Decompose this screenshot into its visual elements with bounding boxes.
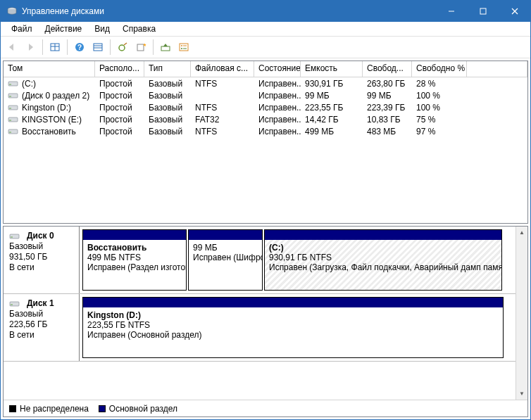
vertical-scrollbar[interactable]: ▲ ▼ — [516, 227, 527, 400]
app-icon — [6, 7, 18, 15]
svg-rect-34 — [10, 302, 19, 306]
menu-help[interactable]: Справка — [116, 23, 162, 34]
legend-primary: Основной раздел — [99, 404, 177, 414]
menu-view[interactable]: Вид — [88, 23, 116, 34]
volume-cell-type: Базовый — [144, 77, 191, 89]
svg-rect-29 — [9, 120, 11, 121]
volume-cell-filesystem: NTFS — [191, 101, 254, 113]
volume-cell-layout: Простой — [95, 101, 144, 113]
volume-cell-capacity: 223,55 ГБ — [301, 101, 363, 113]
svg-rect-35 — [11, 304, 13, 305]
volume-cell-capacity: 14,42 ГБ — [301, 113, 363, 125]
svg-rect-25 — [9, 96, 11, 97]
volume-cell-filesystem: NTFS — [191, 77, 254, 89]
column-header-type[interactable]: Тип — [144, 61, 191, 77]
help-button[interactable]: ? — [71, 39, 88, 56]
volume-cell-volume: Kingston (D:) — [4, 101, 95, 113]
volume-cell-layout: Простой — [95, 113, 144, 125]
partition[interactable]: Kingston (D:)223,55 ГБ NTFSИсправен (Осн… — [82, 297, 504, 358]
svg-rect-22 — [8, 82, 18, 86]
volume-cell-volume: (Диск 0 раздел 2) — [4, 89, 95, 101]
nav-forward-button[interactable] — [22, 39, 39, 56]
svg-rect-10 — [94, 44, 102, 51]
menu-action[interactable]: Действие — [39, 23, 89, 34]
column-header-capacity[interactable]: Емкость — [301, 61, 363, 77]
column-header-status[interactable]: Состояние — [254, 61, 301, 77]
volume-cell-volume: Восстановить — [4, 125, 95, 137]
legend-primary-label: Основной раздел — [109, 404, 177, 414]
properties-button[interactable] — [175, 39, 192, 56]
legend-unallocated: Не распределена — [9, 404, 89, 414]
volume-row[interactable]: (Диск 0 раздел 2)ПростойБазовыйИсправен.… — [4, 89, 527, 101]
minimize-button[interactable] — [435, 1, 467, 22]
menu-file[interactable]: Файл — [5, 23, 39, 34]
volume-cell-layout: Простой — [95, 125, 144, 137]
column-header-freepct[interactable]: Свободно % — [412, 61, 467, 77]
nav-back-button[interactable] — [4, 39, 20, 56]
disk-partitions: Восстановить499 МБ NTFSИсправен (Раздел … — [80, 227, 516, 293]
svg-point-20 — [181, 48, 182, 49]
disk-info[interactable]: Диск 1Базовый223,56 ГБВ сети — [4, 294, 80, 361]
window-title: Управление дисками — [22, 6, 435, 16]
volume-list-header: ТомРасполо...ТипФайловая с...СостояниеЕм… — [4, 61, 527, 77]
toolbar-separator — [110, 39, 111, 55]
volume-cell-capacity: 499 МБ — [301, 125, 363, 137]
svg-text:?: ? — [77, 44, 82, 51]
partition[interactable]: Восстановить499 МБ NTFSИсправен (Раздел … — [82, 229, 187, 291]
svg-line-14 — [124, 43, 127, 45]
volume-cell-type: Базовый — [144, 89, 191, 101]
volume-cell-status: Исправен... — [254, 113, 301, 125]
volume-row[interactable]: ВосстановитьПростойБазовыйNTFSИсправен..… — [4, 125, 527, 137]
view-grid-button[interactable] — [46, 39, 63, 56]
disk-info[interactable]: Диск 0Базовый931,50 ГБВ сети — [4, 227, 80, 293]
close-button[interactable] — [499, 1, 530, 22]
svg-rect-23 — [9, 84, 11, 85]
volume-cell-freepct: 100 % — [412, 101, 467, 113]
volume-list-body: (C:)ПростойБазовыйNTFSИсправен...930,91 … — [4, 77, 527, 223]
volume-cell-layout: Простой — [95, 77, 144, 89]
toolbar-separator — [153, 39, 154, 55]
svg-rect-26 — [8, 106, 18, 110]
volume-cell-filesystem — [191, 89, 254, 101]
view-table-button[interactable] — [89, 39, 106, 56]
volume-cell-free: 263,80 ГБ — [363, 77, 412, 89]
volume-cell-status: Исправен... — [254, 77, 301, 89]
svg-rect-16 — [161, 46, 170, 51]
column-header-volume[interactable]: Том — [4, 61, 95, 77]
svg-rect-33 — [11, 236, 13, 237]
partition[interactable]: 99 МБИсправен (Шифро — [188, 229, 263, 291]
volume-row[interactable]: Kingston (D:)ПростойБазовыйNTFSИсправен.… — [4, 101, 527, 113]
refresh-button[interactable] — [114, 39, 131, 56]
volume-cell-status: Исправен... — [254, 125, 301, 137]
svg-point-18 — [181, 45, 182, 46]
column-header-free[interactable]: Свобод... — [363, 61, 412, 77]
svg-rect-28 — [8, 117, 18, 122]
svg-point-13 — [119, 45, 125, 51]
toolbar-separator — [42, 39, 43, 55]
volume-cell-freepct: 100 % — [412, 89, 467, 101]
toolbar: ? — [1, 36, 530, 58]
volume-cell-free: 483 МБ — [363, 125, 412, 137]
svg-rect-2 — [480, 8, 486, 14]
volume-cell-layout: Простой — [95, 89, 144, 101]
swatch-icon — [9, 405, 16, 412]
scroll-up-button[interactable]: ▲ — [516, 227, 528, 238]
new-action-button[interactable] — [132, 39, 149, 56]
volume-list-pane: ТомРасполо...ТипФайловая с...СостояниеЕм… — [3, 61, 528, 224]
maximize-button[interactable] — [467, 1, 499, 22]
svg-rect-27 — [9, 108, 11, 109]
partition[interactable]: (C:)930,91 ГБ NTFSИсправен (Загрузка, Фа… — [264, 229, 502, 291]
disk-row: Диск 0Базовый931,50 ГБВ сетиВосстановить… — [4, 227, 516, 294]
volume-cell-filesystem: NTFS — [191, 125, 254, 137]
column-header-layout[interactable]: Располо... — [95, 61, 144, 77]
menubar: Файл Действие Вид Справка — [1, 22, 530, 36]
extra-action1-button[interactable] — [157, 39, 174, 56]
volume-row[interactable]: (C:)ПростойБазовыйNTFSИсправен...930,91 … — [4, 77, 527, 89]
volume-cell-free: 223,39 ГБ — [363, 101, 412, 113]
volume-row[interactable]: KINGSTON (E:)ПростойБазовыйFAT32Исправен… — [4, 113, 527, 125]
scroll-down-button[interactable]: ▼ — [516, 388, 528, 400]
volume-cell-free: 99 МБ — [363, 89, 412, 101]
column-header-filesystem[interactable]: Файловая с... — [191, 61, 254, 77]
volume-cell-freepct: 75 % — [412, 113, 467, 125]
svg-rect-24 — [8, 94, 18, 98]
